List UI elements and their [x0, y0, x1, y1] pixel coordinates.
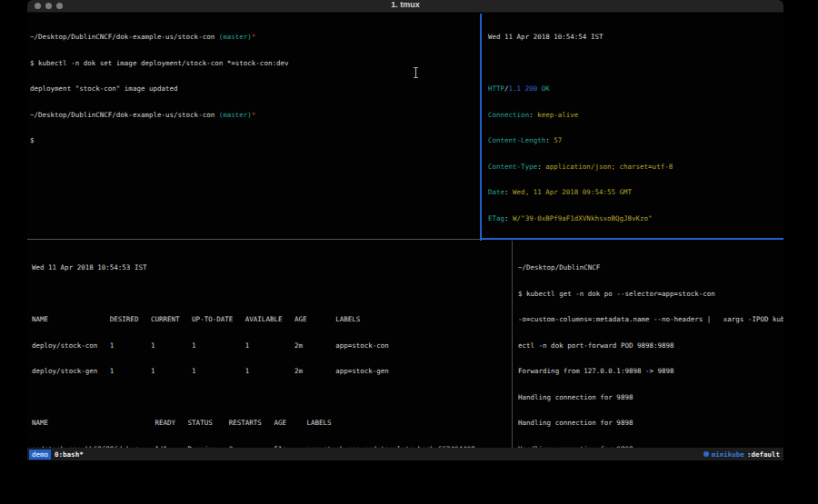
git-dirty-flag: *	[252, 111, 256, 119]
http-header-line: Content-Type: application/json; charset=…	[488, 163, 783, 172]
http-header-line: ETag: W/"39-0xBPf9aF1dXVNkhsxoBQgJ8vKzo"	[488, 214, 783, 223]
http-header-line: Connection: keep-alive	[488, 111, 783, 120]
command-output: Handling connection for 9898	[518, 419, 783, 428]
http-status-line: HTTP/1.1 200OK	[488, 84, 783, 94]
pane-port-forward[interactable]: ~/Desktop/DublinCNCF $ kubectl get -n do…	[514, 241, 783, 448]
command-line: -o=custom-columns=:metadata.name --no-he…	[518, 315, 783, 324]
kube-context-indicator: minikube :default	[703, 450, 782, 459]
table-row: deploy/stock-gen 1 1 1 1 2m app=stock-ge…	[32, 367, 512, 376]
tmux-status-bar: demo 0:bash* minikube :default	[27, 448, 783, 460]
table-row: deploy/stock-con 1 1 1 1 2m app=stock-co…	[32, 341, 512, 351]
http-protocol: HTTP	[488, 84, 504, 93]
timestamp: Wed 11 Apr 2018 10:54:53 IST	[32, 263, 512, 272]
pane-shell-kubectl-set-image[interactable]: ~/Desktop/DublinCNCF/dok-example-us/stoc…	[27, 14, 480, 239]
window-title: 1. tmux	[27, 0, 783, 13]
cwd-path: ~/Desktop/DublinCNCF/dok-example-us/stoc…	[30, 33, 219, 41]
tmux-panes-area: ~/Desktop/DublinCNCF/dok-example-us/stoc…	[27, 14, 783, 448]
pane-divider-vertical[interactable]	[512, 241, 513, 448]
command-output: deployment "stock-con" image updated	[30, 84, 480, 94]
git-branch: (master)	[219, 111, 252, 119]
command-line: ectl -n dok port-forward POD 9898:9898	[518, 341, 783, 351]
http-reason: OK	[542, 84, 550, 93]
window-titlebar: 1. tmux	[27, 0, 783, 13]
command-line: $ kubectl get -n dok po --selector=app=s…	[518, 290, 783, 299]
mouse-ibeam-cursor	[412, 66, 420, 79]
pods-table-header: NAME READY STATUS RESTARTS AGE LABELS	[32, 419, 512, 428]
prompt-line: ~/Desktop/DublinCNCF/dok-example-us/stoc…	[30, 33, 480, 42]
pane-divider-horizontal[interactable]	[27, 239, 480, 240]
deployments-table-header: NAME DESIRED CURRENT UP-TO-DATE AVAILABL…	[32, 315, 512, 324]
cwd-path: ~/Desktop/DublinCNCF/dok-example-us/stoc…	[30, 111, 219, 119]
git-dirty-flag: *	[252, 33, 256, 41]
cwd-path: ~/Desktop/DublinCNCF	[518, 263, 783, 272]
kubernetes-helm-icon	[703, 451, 709, 457]
timestamp: Wed 11 Apr 2018 10:54:54 IST	[488, 33, 783, 42]
pane-divider-horizontal-active[interactable]	[480, 238, 783, 240]
kube-context-name: minikube	[712, 450, 744, 459]
kube-namespace: :default	[747, 450, 780, 459]
http-header-line: Date: Wed, 11 Apr 2018 09:54:55 GMT	[488, 188, 783, 197]
window-tab-bash[interactable]: 0:bash*	[55, 450, 84, 459]
http-header-line: Content-Length: 57	[488, 136, 783, 145]
pane-kubectl-watch[interactable]: Wed 11 Apr 2018 10:54:53 IST NAME DESIRE…	[27, 241, 512, 448]
session-name-badge: demo	[29, 450, 51, 460]
command-output: Forwarding from 127.0.0.1:9898 -> 9898	[518, 367, 783, 376]
command-output: Handling connection for 9898	[518, 393, 783, 402]
pane-http-response[interactable]: Wed 11 Apr 2018 10:54:54 IST HTTP/1.1 20…	[482, 14, 783, 239]
terminal-window: 1. tmux ~/Desktop/DublinCNCF/dok-example…	[27, 0, 783, 460]
git-branch: (master)	[219, 33, 252, 41]
shell-prompt: $	[30, 136, 480, 145]
prompt-line: ~/Desktop/DublinCNCF/dok-example-us/stoc…	[30, 111, 480, 120]
http-version-code: 1.1 200	[509, 84, 538, 93]
